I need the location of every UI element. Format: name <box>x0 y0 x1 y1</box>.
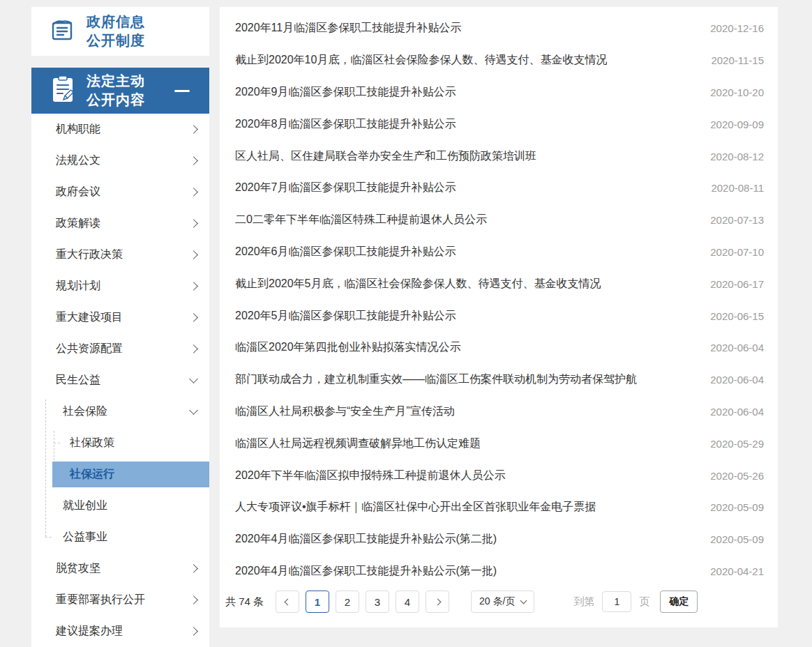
sidebar-item-employment[interactable]: 就业创业 <box>31 490 209 522</box>
page-button-2[interactable]: 2 <box>336 591 359 613</box>
chevron-right-icon <box>189 595 198 604</box>
chevron-left-icon <box>284 598 291 605</box>
list-item[interactable]: 2020年下半年临淄区拟申报特殊工种提前退休人员公示 2020-05-26 <box>235 459 764 492</box>
article-title[interactable]: 2020年下半年临淄区拟申报特殊工种提前退休人员公示 <box>235 469 506 483</box>
confirm-button[interactable]: 确定 <box>660 591 698 613</box>
pagination: 共 74 条 1 2 3 4 20 条/页 到第 页 确定 <box>220 591 778 613</box>
sidebar-item-label: 社保政策 <box>70 436 114 450</box>
list-item[interactable]: 二0二零年下半年临淄区特殊工种提前退休人员公示 2020-07-13 <box>235 204 764 236</box>
sidebar-item-planning[interactable]: 规划计划 <box>31 271 209 302</box>
article-date: 2020-06-04 <box>710 374 764 386</box>
goto-label: 到第 <box>573 595 594 609</box>
collapse-minus-icon[interactable] <box>174 90 190 92</box>
sidebar-item-major-projects[interactable]: 重大建设项目 <box>31 302 209 333</box>
sidebar-item-label: 公益事业 <box>63 530 107 545</box>
list-item[interactable]: 临淄区2020年第四批创业补贴拟落实情况公示 2020-06-04 <box>235 332 764 364</box>
sidebar-item-regulations[interactable]: 法规公文 <box>31 145 209 176</box>
sidebar-item-label: 重要部署执行公开 <box>56 593 145 607</box>
article-title[interactable]: 临淄区人社局积极参与“安全生产月”宣传活动 <box>235 404 455 419</box>
list-item[interactable]: 2020年5月临淄区参保职工技能提升补贴公示 2020-06-15 <box>235 300 764 332</box>
sidebar-item-organization[interactable]: 机构职能 <box>31 114 209 145</box>
article-title[interactable]: 2020年11月临淄区参保职工技能提升补贴公示 <box>235 21 461 36</box>
sidebar-item-proposals[interactable]: 建议提案办理 <box>31 616 209 647</box>
article-title[interactable]: 临淄区人社局远程视频调查破解异地工伤认定难题 <box>235 436 481 451</box>
article-title[interactable]: 区人社局、区住建局联合举办安全生产和工伤预防政策培训班 <box>235 149 536 164</box>
prev-page-button[interactable] <box>276 591 299 613</box>
list-item[interactable]: 部门联动成合力，建立机制重实效——临淄区工伤案件联动机制为劳动者保驾护航 202… <box>235 364 764 396</box>
article-title[interactable]: 人大专项评议•旗手标杆｜临淄区社保中心开出全区首张职业年金电子票据 <box>235 500 596 515</box>
article-title[interactable]: 2020年8月临淄区参保职工技能提升补贴公示 <box>235 117 456 132</box>
article-title[interactable]: 2020年4月临淄区参保职工技能提升补贴公示(第二批) <box>235 532 497 547</box>
list-item[interactable]: 人大专项评议•旗手标杆｜临淄区社保中心开出全区首张职业年金电子票据 2020-0… <box>235 492 764 524</box>
article-title[interactable]: 临淄区2020年第四批创业补贴拟落实情况公示 <box>235 340 461 355</box>
article-date: 2020-10-20 <box>710 86 764 98</box>
list-item[interactable]: 2020年11月临淄区参保职工技能提升补贴公示 2020-12-16 <box>235 13 764 45</box>
section-header-title-line2: 公开内容 <box>87 91 145 109</box>
list-item[interactable]: 2020年6月临淄区参保职工技能提升补贴公示 2020-07-10 <box>235 236 764 268</box>
article-title[interactable]: 部门联动成合力，建立机制重实效——临淄区工伤案件联动机制为劳动者保驾护航 <box>235 372 637 387</box>
sidebar-item-deployment-execution[interactable]: 重要部署执行公开 <box>31 584 209 616</box>
article-title[interactable]: 2020年6月临淄区参保职工技能提升补贴公示 <box>235 245 456 259</box>
chevron-right-icon <box>189 125 198 134</box>
article-date: 2020-08-12 <box>710 151 764 162</box>
legal-disclosure-header[interactable]: 法定主动 公开内容 <box>31 68 209 114</box>
sidebar-item-public-resources[interactable]: 公共资源配置 <box>31 333 209 365</box>
sidebar-item-label: 建议提案办理 <box>56 624 123 639</box>
chevron-right-icon <box>189 564 198 573</box>
sidebar-item-major-decisions[interactable]: 重大行政决策 <box>31 239 209 271</box>
article-date: 2020-07-10 <box>710 246 764 258</box>
page-button-3[interactable]: 3 <box>366 591 389 613</box>
sidebar-item-social-insurance-policy[interactable]: 社保政策 <box>31 427 209 459</box>
list-item[interactable]: 2020年8月临淄区参保职工技能提升补贴公示 2020-09-09 <box>235 108 764 140</box>
list-item[interactable]: 临淄区人社局积极参与“安全生产月”宣传活动 2020-06-04 <box>235 396 764 428</box>
sidebar-menu: 机构职能 法规公文 政府会议 政策解读 重大行政决策 规划计划 重大建设项目 公… <box>31 114 209 647</box>
article-title[interactable]: 2020年4月临淄区参保职工技能提升补贴公示(第一批) <box>235 564 497 579</box>
goto-unit-label: 页 <box>639 595 649 609</box>
list-item[interactable]: 截止到2020年5月底，临淄区社会保险参保人数、待遇支付、基金收支情况 2020… <box>235 268 764 300</box>
list-item[interactable]: 2020年9月临淄区参保职工技能提升补贴公示 2020-10-20 <box>235 77 764 109</box>
article-title[interactable]: 截止到2020年10月底，临淄区社会保险参保人数、待遇支付、基金收支情况 <box>235 53 607 68</box>
page-button-4[interactable]: 4 <box>396 591 419 613</box>
sidebar-item-livelihood[interactable]: 民生公益 <box>31 365 209 396</box>
sidebar-item-social-insurance-operation[interactable]: 社保运行 <box>31 459 209 490</box>
list-item[interactable]: 区人社局、区住建局联合举办安全生产和工伤预防政策培训班 2020-08-12 <box>235 140 764 172</box>
page-size-value: 20 条/页 <box>479 595 515 608</box>
sidebar-item-gov-meetings[interactable]: 政府会议 <box>31 176 209 208</box>
article-title[interactable]: 2020年5月临淄区参保职工技能提升补贴公示 <box>235 309 456 324</box>
article-date: 2020-05-09 <box>710 501 764 513</box>
chevron-right-icon <box>189 313 198 322</box>
chevron-right-icon <box>189 156 198 165</box>
chevron-down-icon <box>189 406 198 415</box>
list-item[interactable]: 截止到2020年10月底，临淄区社会保险参保人数、待遇支付、基金收支情况 202… <box>235 45 764 77</box>
list-item[interactable]: 2020年7月临淄区参保职工技能提升补贴公示 2020-08-11 <box>235 172 764 204</box>
list-item[interactable]: 2020年4月临淄区参保职工技能提升补贴公示(第一批) 2020-04-21 <box>235 556 764 588</box>
article-date: 2020-09-09 <box>710 119 764 130</box>
goto-page-input[interactable] <box>602 591 631 612</box>
sidebar-item-policy-interpretation[interactable]: 政策解读 <box>31 208 209 239</box>
sidebar-item-label: 重大建设项目 <box>56 310 123 325</box>
article-title[interactable]: 截止到2020年5月底，临淄区社会保险参保人数、待遇支付、基金收支情况 <box>235 277 601 291</box>
list-item[interactable]: 临淄区人社局远程视频调查破解异地工伤认定难题 2020-05-29 <box>235 427 764 459</box>
article-title[interactable]: 2020年9月临淄区参保职工技能提升补贴公示 <box>235 85 456 100</box>
page-size-select[interactable]: 20 条/页 <box>471 591 534 613</box>
info-disclosure-card[interactable]: 政府信息 公开制度 <box>31 7 209 56</box>
sidebar-item-public-welfare[interactable]: 公益事业 <box>31 522 209 553</box>
next-page-button[interactable] <box>426 591 449 613</box>
chevron-down-icon <box>520 597 527 604</box>
total-count: 共 74 条 <box>225 595 264 609</box>
sidebar-item-social-insurance[interactable]: 社会保险 <box>31 396 209 427</box>
sidebar-item-label: 法规公文 <box>56 153 100 168</box>
article-date: 2020-06-04 <box>710 342 764 353</box>
article-title[interactable]: 二0二零年下半年临淄区特殊工种提前退休人员公示 <box>235 213 487 227</box>
article-title[interactable]: 2020年7月临淄区参保职工技能提升补贴公示 <box>235 181 456 195</box>
sidebar-item-poverty-alleviation[interactable]: 脱贫攻坚 <box>31 553 209 584</box>
sidebar-item-label: 脱贫攻坚 <box>56 561 100 576</box>
article-date: 2020-06-04 <box>710 406 764 418</box>
clipboard-pen-icon <box>50 75 76 107</box>
article-date: 2020-12-16 <box>710 22 764 34</box>
list-item[interactable]: 2020年4月临淄区参保职工技能提升补贴公示(第二批) 2020-05-09 <box>235 524 764 556</box>
chevron-right-icon <box>189 627 198 636</box>
article-list: 2020年11月临淄区参保职工技能提升补贴公示 2020-12-16 截止到20… <box>220 7 778 587</box>
page-button-1[interactable]: 1 <box>306 591 329 613</box>
chevron-right-icon <box>434 598 441 605</box>
